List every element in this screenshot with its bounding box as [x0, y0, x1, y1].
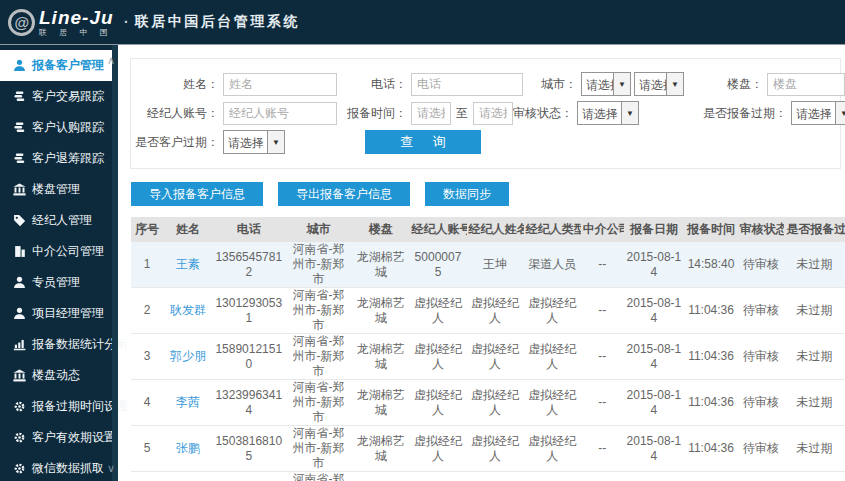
table-row: 4李茜13239963414河南省-郑州市-新郑市龙湖棉艺城虚拟经纪人虚拟经纪人…: [131, 380, 845, 426]
app-header: @ Line-Ju 联 居 中 国 · 联居中国后台管理系统: [0, 0, 845, 45]
customer-expired-value: 请选择: [224, 131, 267, 153]
sidebar-item-1[interactable]: 报备客户管理: [0, 50, 118, 81]
table-head: 序号姓名电话城市楼盘经纪人账号经纪人姓名经纪人类型中介公司报备日期报备时间审核状…: [131, 217, 845, 242]
gear-icon: [13, 431, 26, 444]
cell-10: 14:58:40: [684, 242, 738, 288]
cell-5: 虚拟经纪人: [409, 288, 466, 334]
audit-status-value: 请选择: [578, 102, 621, 124]
cell-2: 13239963414: [213, 380, 284, 426]
sidebar-item-8[interactable]: 专员管理: [0, 267, 118, 298]
chevron-down-icon: ▼: [621, 102, 638, 124]
cell-12: 未过期: [784, 288, 845, 334]
agent-account-label: 经纪人账号：: [131, 105, 223, 122]
sidebar-item-label: 客户退筹跟踪: [32, 150, 104, 167]
cell-11: 待审核: [738, 380, 784, 426]
sidebar-item-2[interactable]: 客户交易跟踪: [0, 81, 118, 112]
query-button[interactable]: 查 询: [365, 130, 481, 154]
chevron-down-icon: ▼: [666, 73, 683, 95]
cell-2: 13012930531: [213, 288, 284, 334]
logo-text: Line-Ju 联 居 中 国: [39, 8, 114, 37]
column-header: 中介公司: [581, 217, 624, 242]
sync-button[interactable]: 数据同步: [425, 182, 509, 206]
cell-4: 龙湖棉艺城: [352, 380, 409, 426]
name-input[interactable]: [223, 73, 337, 96]
sidebar-item-14[interactable]: 微信数据抓取: [0, 453, 118, 481]
customer-name-link[interactable]: 张鹏: [163, 426, 213, 472]
column-header: 经纪人类型: [524, 217, 581, 242]
table-row: 1王素13565457812河南省-郑州市-新郑市龙湖棉艺城50000075王坤…: [131, 242, 845, 288]
scroll-down-icon[interactable]: ∨: [107, 462, 115, 475]
filter-panel: 姓名： 电话： 城市： 请选择 ▼ 请选择 ▼ 楼盘： 经纪人账号：: [130, 58, 841, 169]
cell-4: 龙湖棉艺城: [352, 472, 409, 481]
cell-12: 未过期: [784, 242, 845, 288]
cell-3: 河南省-郑州市-新郑市: [284, 380, 352, 426]
customer-name-link[interactable]: 郭少朋: [163, 334, 213, 380]
sidebar-item-13[interactable]: 客户有效期设置: [0, 422, 118, 453]
customer-expired-select[interactable]: 请选择 ▼: [223, 130, 285, 154]
cell-12: 未过期: [784, 426, 845, 472]
sidebar-item-4[interactable]: 客户退筹跟踪: [0, 143, 118, 174]
cell-6: 虚拟经纪人: [467, 472, 524, 481]
coins-icon: [13, 121, 26, 134]
cell-9: 2015-08-14: [624, 242, 685, 288]
customer-name-link[interactable]: 李茜: [163, 380, 213, 426]
export-button[interactable]: 导出报备客户信息: [278, 182, 410, 206]
sidebar-item-label: 客户认购跟踪: [32, 119, 104, 136]
cell-2: 13565457812: [213, 242, 284, 288]
sidebar-item-label: 楼盘管理: [32, 181, 80, 198]
cell-8: --: [581, 334, 624, 380]
column-header: 姓名: [163, 217, 213, 242]
chevron-down-icon: ▼: [835, 102, 845, 124]
sidebar-item-10[interactable]: 报备数据统计分析: [0, 329, 118, 360]
page-title: 联居中国后台管理系统: [135, 13, 300, 31]
user-icon: [13, 307, 26, 320]
sidebar-item-6[interactable]: 经纪人管理: [0, 205, 118, 236]
chevron-down-icon: ▼: [267, 131, 284, 153]
sidebar: ∧ 报备客户管理 客户交易跟踪 客户认购跟踪 客户退筹跟踪 楼盘管理 经纪人管理…: [0, 45, 118, 481]
sidebar-scrollbar-track[interactable]: [112, 45, 118, 481]
sidebar-menu: 报备客户管理 客户交易跟踪 客户认购跟踪 客户退筹跟踪 楼盘管理 经纪人管理 中…: [0, 45, 118, 481]
cell-7: 虚拟经纪人: [524, 380, 581, 426]
building-input[interactable]: [767, 73, 845, 96]
customer-name-link[interactable]: 张兵: [163, 472, 213, 481]
cell-8: --: [581, 242, 624, 288]
report-expired-select[interactable]: 请选择 ▼: [791, 101, 845, 125]
sidebar-item-7[interactable]: 中介公司管理: [0, 236, 118, 267]
city-select-1[interactable]: 请选择 ▼: [581, 72, 631, 96]
customer-name-link[interactable]: 耿发群: [163, 288, 213, 334]
logo-at-icon: @: [8, 9, 35, 36]
report-time-from-input[interactable]: [411, 102, 451, 125]
city-select-2[interactable]: 请选择 ▼: [634, 72, 684, 96]
cell-5: 50000075: [409, 242, 466, 288]
sidebar-item-label: 项目经理管理: [32, 305, 104, 322]
sidebar-item-label: 专员管理: [32, 274, 80, 291]
sidebar-item-3[interactable]: 客户认购跟踪: [0, 112, 118, 143]
sidebar-item-9[interactable]: 项目经理管理: [0, 298, 118, 329]
cell-4: 龙湖棉艺城: [352, 334, 409, 380]
scroll-up-icon[interactable]: ∧: [107, 54, 115, 67]
cell-10: 11:04:36: [684, 426, 738, 472]
building-label: 楼盘：: [687, 76, 767, 93]
city-select-1-value: 请选择: [582, 73, 613, 95]
gear-icon: [13, 462, 26, 475]
cell-3: 河南省-郑州市-新郑市: [284, 426, 352, 472]
tag-icon: [13, 214, 26, 227]
cell-9: 2015-08-14: [624, 380, 685, 426]
import-button[interactable]: 导入报备客户信息: [131, 182, 263, 206]
cell-3: 河南省-郑州市-新郑市: [284, 242, 352, 288]
audit-status-select[interactable]: 请选择 ▼: [577, 101, 639, 125]
report-time-to-input[interactable]: [473, 102, 513, 125]
logo-title: Line-Ju: [39, 8, 114, 27]
table-row: 3郭少朋15890121510河南省-郑州市-新郑市龙湖棉艺城虚拟经纪人虚拟经纪…: [131, 334, 845, 380]
sidebar-item-12[interactable]: 报备过期时间设置: [0, 391, 118, 422]
phone-input[interactable]: [411, 73, 523, 96]
building-icon: [13, 245, 26, 258]
agent-account-input[interactable]: [223, 102, 337, 125]
customer-name-link[interactable]: 王素: [163, 242, 213, 288]
cell-9: 2015-08-14: [624, 472, 685, 481]
sidebar-item-11[interactable]: 楼盘动态: [0, 360, 118, 391]
sidebar-item-5[interactable]: 楼盘管理: [0, 174, 118, 205]
title-dot: ·: [124, 14, 129, 30]
cell-8: --: [581, 472, 624, 481]
column-header: 城市: [284, 217, 352, 242]
